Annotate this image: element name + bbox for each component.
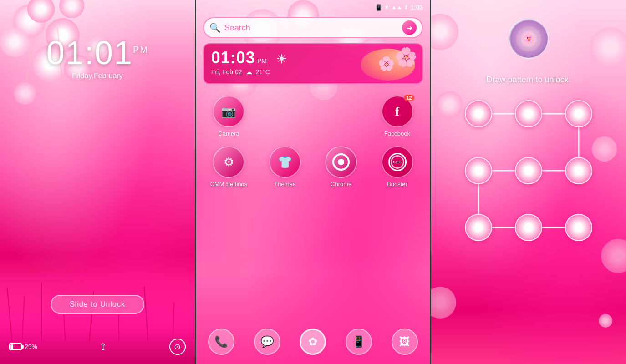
weather-time: 01:03 xyxy=(211,50,255,66)
search-icon: 🔍 xyxy=(209,22,221,33)
flower-9 xyxy=(14,82,36,105)
app-facebook[interactable]: f 12 Facebook xyxy=(372,96,423,137)
phone-icon: 📞 xyxy=(214,335,228,348)
time-display: 01:01PM Friday,February xyxy=(0,36,195,80)
pattern-dot-3[interactable] xyxy=(565,100,592,127)
battery-icon xyxy=(9,343,22,350)
bird-emoji: 🌸 xyxy=(395,46,417,68)
pattern-dot-4[interactable] xyxy=(465,157,492,184)
weather-bird-decoration: 🌸 🌸 xyxy=(358,46,417,83)
search-bar[interactable]: 🔍 Search ➜ xyxy=(203,17,423,38)
battery-percent: 29% xyxy=(25,343,37,350)
cmm-settings-icon: ⚙ xyxy=(224,155,234,169)
dock-phone[interactable]: 📞 xyxy=(208,329,234,355)
pattern-dot-5[interactable] xyxy=(515,157,542,184)
themes-icon-wrap[interactable]: 👕 xyxy=(269,146,301,178)
pattern-dot-8[interactable] xyxy=(515,214,542,241)
bg-flower-5 xyxy=(431,287,456,318)
avatar-flower: 🌸 xyxy=(516,26,541,51)
clock-time: 01:01PM xyxy=(0,36,195,69)
camera-label: Camera xyxy=(218,130,239,137)
search-submit-button[interactable]: ➜ xyxy=(402,20,417,35)
camera-icon: 📷 xyxy=(221,105,236,119)
pattern-dot-1[interactable] xyxy=(465,100,492,127)
facebook-icon: f xyxy=(395,104,399,119)
flower-4 xyxy=(59,0,84,18)
app-booster[interactable]: 56% Booster xyxy=(372,146,423,187)
contacts-icon: 📱 xyxy=(352,335,366,348)
pattern-dot-7[interactable] xyxy=(465,214,492,241)
unlock-instruction: Draw pattern to unlock: xyxy=(431,75,626,85)
clock-ampm: PM xyxy=(133,45,148,55)
bg-flower-6 xyxy=(601,239,626,273)
home-flower-icon: ✿ xyxy=(308,335,317,348)
pattern-dot-9[interactable] xyxy=(565,214,592,241)
avatar-inner: 🌸 xyxy=(510,20,547,57)
wifi-icon: ▼ xyxy=(384,4,390,10)
facebook-badge: 12 xyxy=(404,95,414,101)
facebook-label: Facebook xyxy=(384,130,410,137)
signal-icon: ▲▲ xyxy=(391,4,402,10)
camera-shortcut-icon[interactable]: ⊙ xyxy=(169,339,186,355)
chrome-icon-wrap[interactable] xyxy=(325,146,357,178)
dock-gallery[interactable]: 🖼 xyxy=(392,329,418,355)
vibrate-icon: 📳 xyxy=(375,4,382,11)
status-bar: 📳 ▼ ▲▲ ⬇ 1:03 xyxy=(196,0,430,15)
pattern-dot-2[interactable] xyxy=(515,100,542,127)
flower-decoration-top xyxy=(0,0,195,173)
slide-to-unlock[interactable]: Slide to Unlock xyxy=(51,295,144,314)
unlock-instruction-text: Draw pattern to unlock: xyxy=(487,75,571,84)
bg-flower-1 xyxy=(431,14,458,50)
cmm-settings-label: CMM Settings xyxy=(210,181,248,187)
booster-label: Booster xyxy=(387,181,407,187)
pattern-grid[interactable] xyxy=(465,100,592,273)
app-themes[interactable]: 👕 Themes xyxy=(259,146,310,187)
booster-percent: 56% xyxy=(391,155,404,169)
weather-time-area: 01:03 PM ☀ Fri, Feb 02 ☁ 21°C xyxy=(211,50,287,76)
weather-top-row: 01:03 PM ☀ Fri, Feb 02 ☁ 21°C 🌸 🌸 xyxy=(211,50,415,76)
camera-icon-wrap[interactable]: 📷 xyxy=(213,96,244,127)
weather-time-row: 01:03 PM ☀ xyxy=(211,50,287,66)
bg-flower-2 xyxy=(590,27,626,68)
pattern-dot-6[interactable] xyxy=(565,157,592,184)
booster-icon: 56% xyxy=(388,153,407,171)
booster-icon-wrap[interactable]: 56% xyxy=(382,146,413,178)
facebook-icon-wrap[interactable]: f 12 xyxy=(382,96,413,127)
status-icons: 📳 ▼ ▲▲ ⬇ 1:03 xyxy=(375,4,423,11)
weather-date-row: Fri, Feb 02 ☁ 21°C xyxy=(211,68,287,76)
weather-cloud-icon: ☁ xyxy=(246,68,252,76)
bottom-bar: 29% ⇧ ⊙ xyxy=(0,339,195,355)
weather-date: Fri, Feb 02 xyxy=(211,68,242,76)
battery-fill xyxy=(10,344,13,349)
bird-flower: 🌸 xyxy=(378,56,395,71)
dock-contacts[interactable]: 📱 xyxy=(346,329,372,355)
bg-flower-3 xyxy=(436,91,463,118)
pattern-lock-panel: 🌸 Draw pattern to unlock: xyxy=(431,0,626,364)
themes-icon: 👕 xyxy=(278,155,292,169)
weather-widget: 01:03 PM ☀ Fri, Feb 02 ☁ 21°C 🌸 🌸 xyxy=(203,43,423,84)
avatar-circle: 🌸 xyxy=(508,18,549,59)
app-cmm-settings[interactable]: ⚙ CMM Settings xyxy=(203,146,254,187)
date-text: Friday,February xyxy=(0,72,195,80)
small-flower-decoration xyxy=(599,314,612,328)
grass-3 xyxy=(41,282,42,341)
bg-flower-4 xyxy=(592,136,617,162)
gallery-icon: 🖼 xyxy=(399,335,410,348)
app-camera[interactable]: 📷 Camera xyxy=(203,96,254,137)
battery-info: 29% xyxy=(9,343,37,350)
up-arrow-icon[interactable]: ⇧ xyxy=(99,341,107,352)
chrome-center xyxy=(338,159,344,165)
home-screen-panel: 📳 ▼ ▲▲ ⬇ 1:03 🔍 Search ➜ 01:03 PM ☀ Fri,… xyxy=(196,0,431,364)
search-input[interactable]: Search xyxy=(224,23,398,33)
slide-unlock-text: Slide to Unlock xyxy=(70,300,125,308)
app-chrome[interactable]: Chrome xyxy=(316,146,367,187)
bottom-dock: 📞 💬 ✿ 📱 🖼 xyxy=(196,324,430,359)
weather-temp: 21°C xyxy=(256,68,270,76)
cmm-settings-icon-wrap[interactable]: ⚙ xyxy=(213,146,244,178)
lock-screen-panel: 01:01PM Friday,February Slide to Unlock … xyxy=(0,0,196,364)
dock-home[interactable]: ✿ xyxy=(300,329,326,355)
weather-sun-icon: ☀ xyxy=(276,51,287,66)
dock-messages[interactable]: 💬 xyxy=(254,329,280,355)
status-time: 1:03 xyxy=(410,4,423,11)
themes-label: Themes xyxy=(274,181,295,187)
